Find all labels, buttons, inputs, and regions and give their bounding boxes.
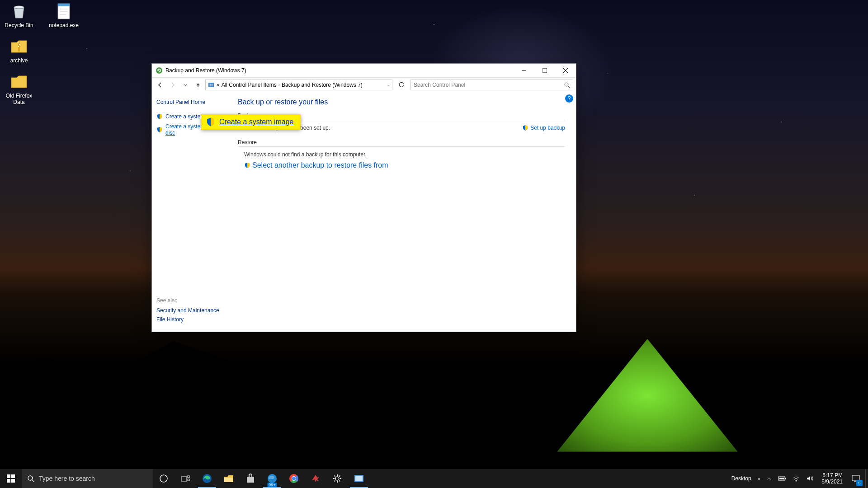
desktop-icon-old-firefox[interactable]: Old Firefox Data bbox=[2, 73, 36, 105]
window-title: Backup and Restore (Windows 7) bbox=[165, 67, 514, 74]
forward-button[interactable] bbox=[167, 80, 178, 90]
svg-line-19 bbox=[568, 86, 570, 88]
svg-point-38 bbox=[292, 477, 296, 480]
control-panel-home-link[interactable]: Control Panel Home bbox=[156, 99, 229, 105]
refresh-button[interactable] bbox=[396, 80, 407, 90]
svg-rect-29 bbox=[188, 479, 189, 481]
taskbar-app-settings[interactable] bbox=[326, 469, 348, 488]
tray-volume-icon[interactable] bbox=[806, 475, 813, 482]
ie-badge: 99+ bbox=[267, 483, 277, 487]
clock-time: 6:17 PM bbox=[821, 472, 843, 479]
search-control-panel[interactable] bbox=[410, 80, 573, 90]
taskbar-app-store[interactable] bbox=[240, 469, 261, 488]
svg-rect-12 bbox=[542, 68, 547, 73]
show-desktop-button[interactable] bbox=[865, 469, 868, 488]
maximize-button[interactable] bbox=[534, 64, 555, 77]
svg-point-39 bbox=[335, 477, 339, 480]
desktop-icon-notepad[interactable]: notepad.exe bbox=[47, 2, 80, 28]
svg-rect-27 bbox=[181, 477, 187, 481]
tray-overflow-icon[interactable]: » bbox=[758, 476, 760, 481]
svg-point-18 bbox=[565, 83, 568, 86]
file-history-link[interactable]: File History bbox=[156, 316, 219, 323]
action-center-button[interactable]: 5 bbox=[846, 469, 865, 488]
back-button[interactable] bbox=[155, 80, 165, 90]
breadcrumb-item[interactable]: All Control Panel Items bbox=[222, 82, 277, 88]
search-input[interactable] bbox=[414, 82, 564, 88]
select-another-backup-link[interactable]: Select another backup to restore files f… bbox=[244, 161, 565, 169]
svg-rect-7 bbox=[18, 42, 19, 43]
set-up-backup-label: Set up backup bbox=[530, 125, 565, 131]
svg-point-0 bbox=[14, 6, 24, 9]
cortana-button[interactable] bbox=[153, 469, 175, 488]
taskbar-search-placeholder: Type here to search bbox=[39, 475, 95, 482]
highlight-callout[interactable]: Create a system image bbox=[201, 114, 301, 130]
svg-point-26 bbox=[160, 475, 167, 482]
tray-desktop-label[interactable]: Desktop bbox=[731, 475, 751, 482]
shield-icon bbox=[156, 113, 163, 120]
control-panel-icon bbox=[354, 474, 364, 483]
taskbar-app-chrome[interactable] bbox=[283, 469, 305, 488]
svg-rect-15 bbox=[208, 83, 214, 87]
task-view-button[interactable] bbox=[175, 469, 196, 488]
start-button[interactable] bbox=[0, 469, 22, 488]
svg-rect-23 bbox=[11, 479, 15, 483]
shield-icon bbox=[244, 162, 250, 169]
tray-chevron-up-icon[interactable] bbox=[766, 476, 772, 481]
desktop-icon-label: archive bbox=[10, 57, 28, 64]
desktop-icon-archive[interactable]: archive bbox=[2, 38, 36, 64]
chevron-right-icon[interactable]: › bbox=[278, 82, 280, 87]
taskbar-app-control-panel[interactable] bbox=[348, 469, 370, 488]
help-button[interactable]: ? bbox=[565, 94, 573, 103]
set-up-backup-link[interactable]: Set up backup bbox=[522, 125, 565, 131]
taskbar-app-explorer[interactable] bbox=[218, 469, 240, 488]
svg-rect-51 bbox=[785, 478, 786, 479]
desktop-icon-recycle-bin[interactable]: Recycle Bin bbox=[2, 2, 36, 28]
windows-logo-icon bbox=[7, 474, 15, 483]
svg-line-44 bbox=[335, 476, 335, 477]
taskbar-app-ie[interactable]: 99+ bbox=[261, 469, 283, 488]
search-icon bbox=[27, 475, 34, 482]
store-icon bbox=[245, 474, 255, 483]
app-icon bbox=[311, 474, 320, 483]
close-button[interactable] bbox=[555, 64, 576, 77]
backup-icon bbox=[156, 67, 163, 74]
up-button[interactable] bbox=[193, 80, 203, 90]
svg-point-53 bbox=[796, 480, 797, 482]
system-tray: Desktop » bbox=[727, 475, 818, 482]
window-titlebar[interactable]: Backup and Restore (Windows 7) bbox=[152, 64, 576, 77]
tray-wifi-icon[interactable] bbox=[793, 475, 800, 482]
svg-rect-21 bbox=[11, 474, 15, 478]
select-another-backup-label: Select another backup to restore files f… bbox=[252, 161, 388, 169]
navigation-bar: « All Control Panel Items › Backup and R… bbox=[152, 77, 576, 92]
minimize-button[interactable] bbox=[514, 64, 534, 77]
taskbar-search[interactable]: Type here to search bbox=[22, 469, 153, 488]
chevron-down-icon[interactable]: ⌄ bbox=[387, 82, 390, 87]
control-panel-icon bbox=[208, 81, 215, 89]
folder-icon bbox=[223, 474, 234, 483]
svg-point-16 bbox=[210, 84, 211, 85]
svg-rect-20 bbox=[7, 474, 10, 478]
taskbar-app-unknown-red[interactable] bbox=[305, 469, 326, 488]
svg-line-45 bbox=[340, 481, 340, 482]
restore-status-message: Windows could not find a backup for this… bbox=[244, 151, 565, 158]
breadcrumb-item[interactable]: Backup and Restore (Windows 7) bbox=[282, 82, 363, 88]
taskbar-app-edge[interactable] bbox=[196, 469, 218, 488]
svg-rect-8 bbox=[19, 44, 20, 45]
svg-rect-2 bbox=[58, 4, 70, 6]
svg-rect-32 bbox=[247, 477, 254, 483]
notification-count: 5 bbox=[856, 480, 863, 486]
breadcrumb-prefix[interactable]: « bbox=[217, 82, 220, 88]
recent-dropdown[interactable] bbox=[180, 80, 191, 90]
security-maintenance-link[interactable]: Security and Maintenance bbox=[156, 307, 219, 314]
svg-line-25 bbox=[32, 480, 34, 482]
callout-text: Create a system image bbox=[219, 118, 294, 126]
svg-rect-52 bbox=[779, 478, 784, 479]
folder-zip-icon bbox=[10, 38, 28, 56]
taskbar-clock[interactable]: 6:17 PM 5/9/2021 bbox=[818, 472, 846, 485]
notepad-icon bbox=[55, 2, 73, 20]
svg-point-24 bbox=[28, 476, 33, 480]
address-bar[interactable]: « All Control Panel Items › Backup and R… bbox=[205, 80, 392, 90]
tray-battery-icon[interactable] bbox=[778, 476, 786, 481]
svg-line-47 bbox=[340, 476, 340, 477]
svg-rect-9 bbox=[18, 46, 19, 47]
